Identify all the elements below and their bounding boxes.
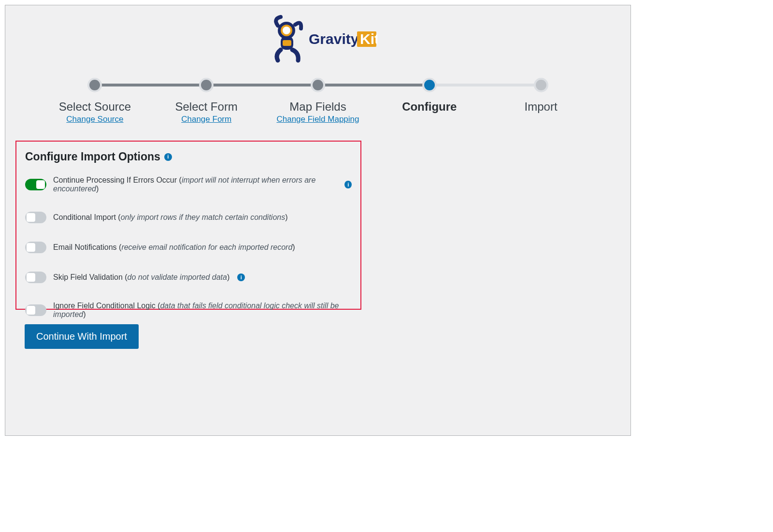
configure-options-panel: Configure Import Options i Continue Proc… xyxy=(15,141,361,310)
step-map-fields: Map FieldsChange Field Mapping xyxy=(262,77,374,124)
option-label: Conditional Import (only import rows if … xyxy=(53,213,288,222)
step-change-link[interactable]: Change Source xyxy=(66,115,123,124)
step-label: Map Fields xyxy=(289,100,346,114)
step-dot xyxy=(422,78,437,92)
option-row: Skip Field Validation (do not validate i… xyxy=(25,272,352,283)
option-row: Email Notifications (receive email notif… xyxy=(25,242,352,253)
toggle-email-notifications[interactable] xyxy=(25,242,46,253)
logo-text-b: Kit xyxy=(360,31,377,47)
step-dot xyxy=(534,78,548,92)
option-label: Continue Processing If Errors Occur (imp… xyxy=(53,176,337,193)
panel-title-text: Configure Import Options xyxy=(25,150,160,163)
info-icon[interactable]: i xyxy=(164,153,172,161)
info-icon[interactable]: i xyxy=(237,273,245,281)
option-row: Conditional Import (only import rows if … xyxy=(25,212,352,223)
option-note: import will not interrupt when errors ar… xyxy=(53,176,315,193)
step-dot xyxy=(199,78,214,92)
toggle-conditional-import[interactable] xyxy=(25,212,46,223)
step-select-source: Select SourceChange Source xyxy=(39,77,151,124)
options-list: Continue Processing If Errors Occur (imp… xyxy=(25,176,352,319)
step-label: Import xyxy=(525,100,558,114)
gravitykit-logo: Gravity Kit xyxy=(258,14,377,63)
panel-title: Configure Import Options i xyxy=(25,150,352,163)
logo-text-a: Gravity xyxy=(309,31,359,47)
step-label: Configure xyxy=(402,100,457,114)
stepper: Select SourceChange SourceSelect FormCha… xyxy=(5,77,630,124)
option-note: only import rows if they match certain c… xyxy=(121,213,286,221)
svg-rect-4 xyxy=(283,40,291,46)
step-label: Select Source xyxy=(59,100,131,114)
option-note: data that fails field conditional logic … xyxy=(53,302,339,318)
continue-with-import-button[interactable]: Continue With Import xyxy=(25,324,139,349)
info-icon[interactable]: i xyxy=(344,181,352,188)
option-note: receive email notification for each impo… xyxy=(121,243,292,251)
step-select-form: Select FormChange Form xyxy=(151,77,262,124)
option-note: do not validate imported data xyxy=(128,273,227,281)
toggle-ignore-field-conditional-logic[interactable] xyxy=(25,304,46,316)
option-row: Ignore Field Conditional Logic (data tha… xyxy=(25,302,352,319)
step-label: Select Form xyxy=(175,100,238,114)
toggle-continue-processing-if-errors-occur[interactable] xyxy=(25,179,46,190)
toggle-skip-field-validation[interactable] xyxy=(25,272,46,283)
app-frame: Gravity Kit Select SourceChange SourceSe… xyxy=(5,5,631,436)
step-change-link[interactable]: Change Field Mapping xyxy=(276,115,359,124)
option-label: Skip Field Validation (do not validate i… xyxy=(53,273,229,282)
option-label: Email Notifications (receive email notif… xyxy=(53,243,295,252)
step-configure: Configure xyxy=(373,77,485,114)
option-row: Continue Processing If Errors Occur (imp… xyxy=(25,176,352,193)
step-dot xyxy=(311,78,325,92)
step-import: Import xyxy=(485,77,597,114)
logo-wrap: Gravity Kit xyxy=(5,14,630,63)
step-change-link[interactable]: Change Form xyxy=(181,115,231,124)
step-dot xyxy=(87,78,102,92)
svg-point-2 xyxy=(283,27,290,34)
option-label: Ignore Field Conditional Logic (data tha… xyxy=(53,302,352,319)
